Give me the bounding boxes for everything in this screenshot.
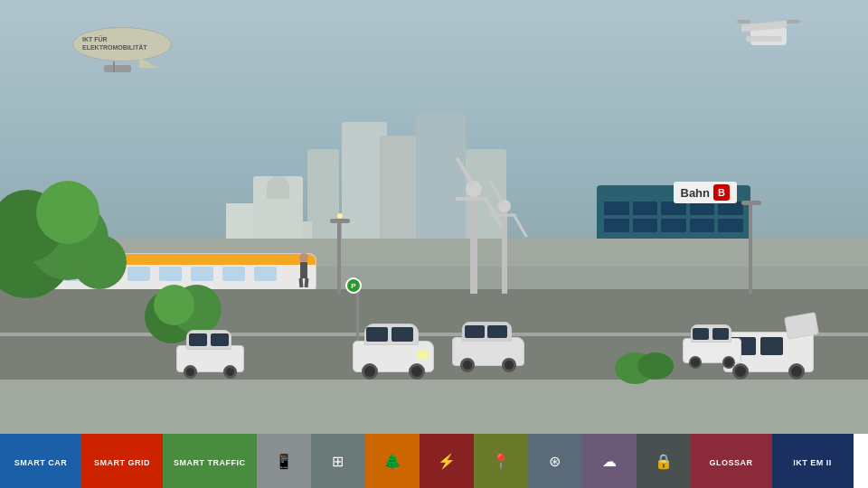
traffic-sign: P [353, 277, 362, 294]
tree-cluster-left [0, 163, 163, 298]
nav-label-smart-car: SMART CAR [14, 458, 68, 467]
nav-icon-traffic: ⊛ [549, 453, 561, 470]
nav-item-traffic[interactable]: ⊛ [528, 434, 582, 488]
car-3 [452, 337, 524, 366]
nav-item-tree[interactable]: 🌲 [365, 434, 420, 488]
nav-item-smart-grid[interactable]: SMART GRID [81, 434, 163, 488]
nav-icon-tower: ⚡ [438, 453, 456, 470]
turbine-pole-2 [502, 203, 507, 294]
nav-icon-pin: 📍 [492, 453, 510, 470]
nav-icon-network: ⊞ [332, 453, 344, 470]
nav-icon-lock: 🔒 [655, 453, 673, 470]
car-1 [176, 345, 244, 372]
bahn-logo: B [713, 184, 730, 201]
nav-label-ikt-em-ii: IKT EM II [793, 458, 832, 467]
bush-cluster [615, 348, 687, 384]
car-2 [353, 341, 434, 372]
blimp: IKT FÜR ELEKTROMOBILITÄT [72, 27, 172, 61]
navbar: SMART CARSMART GRIDSMART TRAFFIC📱⊞🌲⚡📍⊛☁🔒… [0, 434, 868, 488]
turbine-pole-1 [470, 185, 477, 294]
nav-label-smart-traffic: SMART TRAFFIC [174, 458, 246, 467]
nav-item-mobile[interactable]: 📱 [257, 434, 311, 488]
nav-item-cloud[interactable]: ☁ [582, 434, 637, 488]
nav-item-network[interactable]: ⊞ [311, 434, 365, 488]
nav-item-glossar[interactable]: GLOSSAR [691, 434, 772, 488]
nav-item-tower[interactable]: ⚡ [420, 434, 474, 488]
nav-item-smart-car[interactable]: SMART CAR [0, 434, 81, 488]
bahn-sign: Bahn B [674, 182, 738, 203]
nav-icon-cloud: ☁ [602, 453, 617, 470]
nav-icon-mobile: 📱 [275, 453, 293, 470]
nav-item-pin[interactable]: 📍 [474, 434, 528, 488]
nav-item-smart-traffic[interactable]: SMART TRAFFIC [163, 434, 257, 488]
nav-icon-tree: 🌲 [383, 453, 401, 470]
nav-item-ikt-em-ii[interactable]: IKT EM II [772, 434, 854, 488]
bahn-text: Bahn [681, 186, 711, 200]
pedestrian [298, 253, 308, 287]
main-scene: Bahn B [0, 0, 868, 434]
drone [741, 23, 796, 50]
car-small-right [683, 338, 741, 363]
nav-label-smart-grid: SMART GRID [94, 458, 150, 467]
nav-item-lock[interactable]: 🔒 [637, 434, 691, 488]
nav-label-glossar: GLOSSAR [709, 458, 752, 467]
